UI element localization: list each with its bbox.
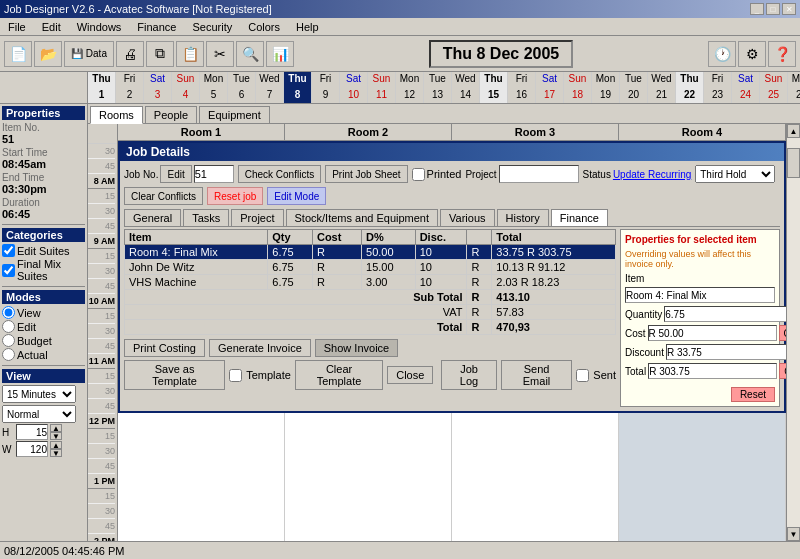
menu-windows[interactable]: Windows	[73, 20, 126, 34]
cal-day-17[interactable]: Sun	[564, 72, 592, 88]
status-select[interactable]: Third Hold Confirmed Tentative First Hol…	[695, 165, 775, 183]
cal-day-23[interactable]: Sat	[732, 72, 760, 88]
scroll-down-button[interactable]: ▼	[787, 527, 800, 541]
clear-conflicts-button[interactable]: Clear Conflicts	[124, 187, 203, 205]
cal-day-20[interactable]: Wed	[648, 72, 676, 88]
settings-button[interactable]: ⚙	[738, 41, 766, 67]
copy-button[interactable]: ⧉	[146, 41, 174, 67]
window-controls[interactable]: _ □ ✕	[750, 3, 796, 15]
tab-general[interactable]: General	[124, 209, 181, 226]
clock-button[interactable]: 🕐	[708, 41, 736, 67]
props-reset-button[interactable]: Reset	[731, 387, 775, 402]
cal-day-1[interactable]: Fri	[116, 72, 144, 88]
tab-project[interactable]: Project	[231, 209, 283, 226]
final-mix-checkbox-row[interactable]: Final Mix Suites	[2, 258, 85, 282]
cal-num-7[interactable]: 8	[284, 88, 312, 103]
open-button[interactable]: 📂	[34, 41, 62, 67]
check-conflicts-button[interactable]: Check Conflicts	[238, 165, 321, 183]
tab-history[interactable]: History	[497, 209, 549, 226]
cal-num-14[interactable]: 15	[480, 88, 508, 103]
menu-finance[interactable]: Finance	[133, 20, 180, 34]
print-job-sheet-button[interactable]: Print Job Sheet	[325, 165, 407, 183]
cal-day-5[interactable]: Tue	[228, 72, 256, 88]
paste-button[interactable]: 📋	[176, 41, 204, 67]
finance-row-3[interactable]: VHS Machine 6.75 R 3.00 10 R 2.03 R 18.2…	[125, 275, 616, 290]
close-button-dialog[interactable]: Close	[387, 366, 433, 384]
menu-edit[interactable]: Edit	[38, 20, 65, 34]
menu-colors[interactable]: Colors	[244, 20, 284, 34]
cal-day-4[interactable]: Mon	[200, 72, 228, 88]
edit-suites-checkbox-row[interactable]: Edit Suites	[2, 244, 85, 257]
cal-num-17[interactable]: 18	[564, 88, 592, 103]
cal-num-12[interactable]: 13	[424, 88, 452, 103]
time-interval-select[interactable]: 15 Minutes 30 Minutes 1 Hour	[2, 385, 76, 403]
report-button[interactable]: 📊	[266, 41, 294, 67]
total-override-button[interactable]: Override	[779, 363, 786, 379]
maximize-button[interactable]: □	[766, 3, 780, 15]
edit-mode-button[interactable]: Edit Mode	[267, 187, 326, 205]
cal-num-24[interactable]: 25	[760, 88, 788, 103]
print-costing-button[interactable]: Print Costing	[124, 339, 205, 357]
print-button[interactable]: 🖨	[116, 41, 144, 67]
cal-day-12[interactable]: Tue	[424, 72, 452, 88]
prop-item-input[interactable]	[625, 287, 775, 303]
budget-radio-input[interactable]	[2, 334, 15, 347]
w-down-button[interactable]: ▼	[50, 449, 62, 457]
cal-num-10[interactable]: 11	[368, 88, 396, 103]
cal-num-11[interactable]: 12	[396, 88, 424, 103]
tab-stock[interactable]: Stock/Items and Equipment	[286, 209, 439, 226]
tab-tasks[interactable]: Tasks	[183, 209, 229, 226]
cal-num-22[interactable]: 23	[704, 88, 732, 103]
cal-num-16[interactable]: 17	[536, 88, 564, 103]
cal-num-0[interactable]: 1	[88, 88, 116, 103]
tab-equipment[interactable]: Equipment	[199, 106, 270, 123]
edit-radio-input[interactable]	[2, 320, 15, 333]
scroll-thumb[interactable]	[787, 148, 800, 178]
cal-num-23[interactable]: 24	[732, 88, 760, 103]
printed-checkbox[interactable]	[412, 168, 425, 181]
cal-num-6[interactable]: 7	[256, 88, 284, 103]
finance-row-1[interactable]: Room 4: Final Mix 6.75 R 50.00 10 R 33.7…	[125, 245, 616, 260]
cal-num-9[interactable]: 10	[340, 88, 368, 103]
final-mix-checkbox[interactable]	[2, 264, 15, 277]
edit-mode-radio[interactable]: Edit	[2, 320, 85, 333]
budget-mode-radio[interactable]: Budget	[2, 334, 85, 347]
search-button[interactable]: 🔍	[236, 41, 264, 67]
cal-day-25[interactable]: Mon	[788, 72, 800, 88]
edit-job-button[interactable]: Edit	[160, 165, 191, 183]
edit-suites-checkbox[interactable]	[2, 244, 15, 257]
project-input[interactable]	[499, 165, 579, 183]
show-invoice-button[interactable]: Show Invoice	[315, 339, 398, 357]
view-mode-radio[interactable]: View	[2, 306, 85, 319]
actual-mode-radio[interactable]: Actual	[2, 348, 85, 361]
cut-button[interactable]: ✂	[206, 41, 234, 67]
w-input[interactable]	[16, 441, 48, 457]
view-style-select[interactable]: Normal Compact	[2, 405, 76, 423]
cal-num-2[interactable]: 3	[144, 88, 172, 103]
view-radio-input[interactable]	[2, 306, 15, 319]
scroll-up-button[interactable]: ▲	[787, 124, 800, 138]
update-recurring-button[interactable]: Update Recurring	[613, 169, 691, 180]
h-down-button[interactable]: ▼	[50, 432, 62, 440]
cal-day-19[interactable]: Tue	[620, 72, 648, 88]
prop-total-input[interactable]	[648, 363, 777, 379]
close-button[interactable]: ✕	[782, 3, 796, 15]
cal-day-15[interactable]: Fri	[508, 72, 536, 88]
new-button[interactable]: 📄	[4, 41, 32, 67]
cal-num-8[interactable]: 9	[312, 88, 340, 103]
cal-num-21[interactable]: 22	[676, 88, 704, 103]
cal-day-6[interactable]: Wed	[256, 72, 284, 88]
actual-radio-input[interactable]	[2, 348, 15, 361]
minimize-button[interactable]: _	[750, 3, 764, 15]
menu-file[interactable]: File	[4, 20, 30, 34]
cal-day-22[interactable]: Fri	[704, 72, 732, 88]
prop-qty-input[interactable]	[664, 306, 786, 322]
cal-num-25[interactable]: 26	[788, 88, 800, 103]
tab-rooms[interactable]: Rooms	[90, 106, 143, 124]
cal-day-14[interactable]: Thu	[480, 72, 508, 88]
job-log-button[interactable]: Job Log	[441, 360, 496, 390]
vertical-scrollbar[interactable]: ▲ ▼	[786, 124, 800, 541]
cal-num-18[interactable]: 19	[592, 88, 620, 103]
cal-day-0[interactable]: Thu	[88, 72, 116, 88]
printed-checkbox-row[interactable]: Printed	[412, 168, 462, 181]
